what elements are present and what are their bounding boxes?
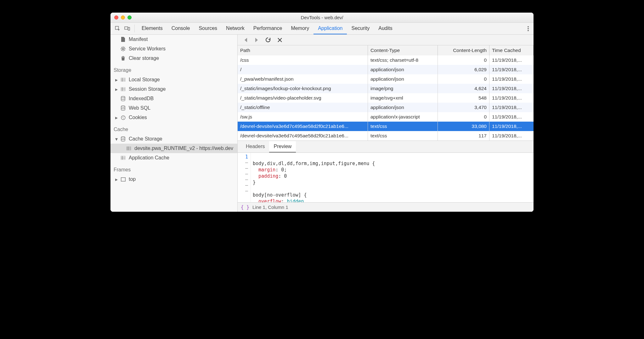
preview-code[interactable]: body,div,dl,dd,form,img,input,figure,men… bbox=[251, 153, 375, 202]
svg-rect-30 bbox=[121, 177, 125, 181]
tab-sources[interactable]: Sources bbox=[194, 23, 222, 34]
window-title: DevTools - web.dev/ bbox=[110, 15, 534, 20]
cell-ct: text/css; charset=utf-8 bbox=[368, 55, 438, 65]
tab-security[interactable]: Security bbox=[347, 23, 374, 34]
svg-rect-26 bbox=[121, 156, 125, 160]
table-row[interactable]: /sw.jsapplication/x-javascript011/19/201… bbox=[238, 112, 534, 122]
cell-tc: 11/19/2018,... bbox=[489, 65, 534, 74]
tab-network[interactable]: Network bbox=[222, 23, 249, 34]
cell-cl: 0 bbox=[438, 55, 489, 65]
tab-console[interactable]: Console bbox=[167, 23, 195, 34]
cell-tc: 11/19/2018,... bbox=[489, 55, 534, 65]
sidebar-session-storage[interactable]: ▸ Session Storage bbox=[110, 84, 237, 94]
sidebar-item-label: Web SQL bbox=[129, 105, 150, 111]
sidebar-clear-storage[interactable]: Clear storage bbox=[110, 54, 237, 63]
table-row[interactable]: /application/json6,02911/19/2018,... bbox=[238, 65, 534, 74]
more-options-icon[interactable] bbox=[523, 23, 534, 34]
table-row[interactable]: /_static/images/video-placeholder.svgima… bbox=[238, 93, 534, 103]
tab-memory[interactable]: Memory bbox=[286, 23, 314, 34]
database-icon bbox=[120, 106, 126, 111]
inspect-element-icon[interactable] bbox=[113, 23, 122, 34]
sidebar-cache-entry[interactable]: devsite.pwa_RUNTIME_v2 - https://web.dev bbox=[110, 144, 237, 153]
cache-entries-table: Path Content-Type Content-Length Time Ca… bbox=[238, 45, 534, 141]
sidebar-manifest[interactable]: Manifest bbox=[110, 35, 237, 44]
database-icon bbox=[120, 136, 126, 141]
nav-back-icon[interactable] bbox=[244, 38, 248, 42]
cell-ct: application/x-javascript bbox=[368, 112, 438, 122]
cell-cl: 548 bbox=[438, 93, 489, 103]
table-row[interactable]: /devrel-devsite/va3e6d7c495ae58d2f0c21ab… bbox=[238, 131, 534, 141]
detail-tab-preview[interactable]: Preview bbox=[269, 141, 296, 152]
devtools-tabbar: Elements Console Sources Network Perform… bbox=[110, 23, 534, 35]
cell-path: /sw.js bbox=[238, 112, 368, 122]
cell-path: /_static/offline bbox=[238, 103, 368, 112]
cell-path: /css bbox=[238, 55, 368, 65]
svg-point-19 bbox=[123, 117, 124, 117]
frame-icon bbox=[120, 177, 126, 181]
cell-path: /_static/images/video-placeholder.svg bbox=[238, 93, 368, 103]
sidebar-frame-top[interactable]: ▸ top bbox=[110, 175, 237, 184]
svg-point-16 bbox=[121, 106, 125, 107]
table-row[interactable]: /_pwa/web/manifest.jsonapplication/json0… bbox=[238, 74, 534, 84]
sidebar-cache-storage[interactable]: ▾ Cache Storage bbox=[110, 134, 237, 144]
detail-tab-headers[interactable]: Headers bbox=[241, 141, 269, 152]
table-row[interactable]: /_static/images/lockup-color-knockout.pn… bbox=[238, 84, 534, 93]
table-row[interactable]: /devrel-devsite/va3e6d7c495ae58d2f0c21ab… bbox=[238, 122, 534, 131]
refresh-icon[interactable] bbox=[265, 37, 271, 43]
sidebar-item-label: Application Cache bbox=[129, 155, 169, 161]
nav-forward-icon[interactable] bbox=[255, 38, 258, 42]
tab-audits[interactable]: Audits bbox=[374, 23, 397, 34]
cell-ct: text/css bbox=[368, 122, 438, 131]
cell-cl: 6,029 bbox=[438, 65, 489, 74]
sidebar-indexeddb[interactable]: IndexedDB bbox=[110, 94, 237, 103]
preview-statusbar: { } Line 1, Column 1 bbox=[238, 202, 534, 212]
tab-performance[interactable]: Performance bbox=[249, 23, 287, 34]
device-toggle-icon[interactable] bbox=[122, 23, 132, 34]
cell-ct: application/json bbox=[368, 65, 438, 74]
tab-application[interactable]: Application bbox=[314, 23, 347, 34]
cell-path: /_static/images/lockup-color-knockout.pn… bbox=[238, 84, 368, 93]
col-path[interactable]: Path bbox=[238, 45, 368, 55]
sidebar-item-label: top bbox=[129, 176, 136, 182]
grid-icon bbox=[120, 87, 126, 91]
cell-ct: image/png bbox=[368, 84, 438, 93]
sidebar-item-label: IndexedDB bbox=[129, 96, 154, 101]
sidebar-service-workers[interactable]: Service Workers bbox=[110, 44, 237, 54]
sidebar-application-cache[interactable]: Application Cache bbox=[110, 153, 237, 163]
trash-icon bbox=[120, 56, 126, 61]
cookie-icon bbox=[120, 115, 126, 120]
sidebar-websql[interactable]: Web SQL bbox=[110, 103, 237, 113]
devtools-window: DevTools - web.dev/ Elements Console Sou… bbox=[110, 13, 534, 212]
cell-tc: 11/19/2018,... bbox=[489, 74, 534, 84]
sidebar-item-label: Local Storage bbox=[129, 77, 160, 83]
svg-point-4 bbox=[528, 28, 529, 29]
sidebar-item-label: Session Storage bbox=[129, 86, 166, 92]
gear-icon bbox=[120, 46, 126, 51]
svg-point-5 bbox=[528, 30, 529, 31]
svg-rect-11 bbox=[121, 87, 125, 91]
table-row[interactable]: /csstext/css; charset=utf-8011/19/2018,.… bbox=[238, 55, 534, 65]
cell-ct: application/json bbox=[368, 103, 438, 112]
format-icon[interactable]: { } bbox=[241, 204, 249, 210]
col-time-cached[interactable]: Time Cached bbox=[489, 45, 534, 55]
tab-elements[interactable]: Elements bbox=[137, 23, 167, 34]
sidebar-cookies[interactable]: ▸ Cookies bbox=[110, 113, 237, 122]
cell-tc: 11/19/2018,... bbox=[489, 93, 534, 103]
col-content-length[interactable]: Content-Length bbox=[438, 45, 489, 55]
delete-entry-icon[interactable] bbox=[278, 38, 282, 42]
table-header-row: Path Content-Type Content-Length Time Ca… bbox=[238, 45, 534, 55]
cell-tc: 11/19/2018,... bbox=[489, 112, 534, 122]
cell-ct: text/css bbox=[368, 131, 438, 141]
expand-arrow-icon: ▸ bbox=[114, 86, 119, 92]
svg-rect-2 bbox=[128, 27, 130, 30]
sidebar-item-label: Clear storage bbox=[129, 55, 159, 61]
collapse-arrow-icon: ▾ bbox=[114, 136, 119, 142]
sidebar-local-storage[interactable]: ▸ Local Storage bbox=[110, 75, 237, 84]
sidebar-item-label: devsite.pwa_RUNTIME_v2 - https://web.dev bbox=[134, 146, 233, 151]
cell-path: / bbox=[238, 65, 368, 74]
cell-tc: 11/19/2018,... bbox=[489, 131, 534, 141]
table-row[interactable]: /_static/offlineapplication/json3,47011/… bbox=[238, 103, 534, 112]
cache-detail-pane: Path Content-Type Content-Length Time Ca… bbox=[238, 35, 534, 212]
col-content-type[interactable]: Content-Type bbox=[368, 45, 438, 55]
sidebar-item-label: Cache Storage bbox=[129, 136, 162, 142]
